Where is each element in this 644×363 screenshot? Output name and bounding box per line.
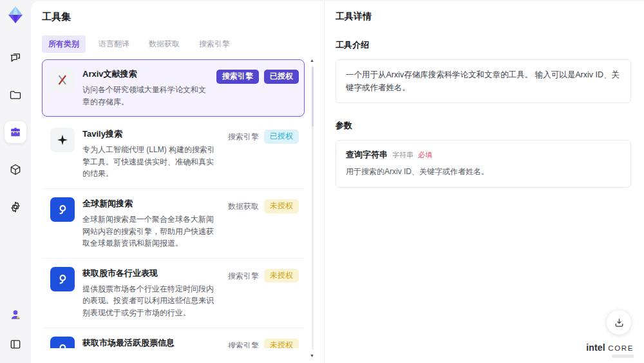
tool-description: 专为人工智能代理 (LLM) 构建的搜索引擎工具。可快速提供实时、准确和真实的结… <box>82 144 220 180</box>
tool-card-text: Arxiv文献搜索 访问各个研究领域大量科学论文和文章的存储库。 <box>82 68 209 108</box>
tool-name: 获取市场最活跃股票信息 <box>82 337 220 348</box>
detail-title: 工具详情 <box>336 11 631 23</box>
app-window: 工具集 所有类别 语言翻译 数据获取 搜索引擎 Arxiv文献搜索 访问各个研究… <box>0 0 644 363</box>
tool-card-text: 全球新闻搜索 全球新闻搜索是一个聚合全球各大新闻网站内容的搜索引擎，帮助用户快速… <box>82 197 220 250</box>
tool-card-text: 获取股市各行业表现 提供股票市场各个行业在特定时间段内的表现。投资者可以利用这些… <box>82 267 220 319</box>
stock-tool-logo-icon <box>50 267 75 291</box>
tool-auth-badge: 未授权 <box>264 199 299 213</box>
category-tab[interactable]: 搜索引擎 <box>193 35 236 53</box>
tool-auth-badge: 未授权 <box>264 269 299 283</box>
tool-tags: 搜索引擎 未授权 <box>228 267 299 319</box>
core-wordmark: CORE <box>608 344 634 352</box>
tool-category-tag: 搜索引擎 <box>228 338 259 348</box>
intro-box: 一个用于从Arxiv存储库搜索科学论文和文章的工具。 输入可以是Arxiv ID… <box>336 59 631 103</box>
tool-name: Arxiv文献搜索 <box>82 68 209 80</box>
tool-description: 全球新闻搜索是一个聚合全球各大新闻网站内容的搜索引擎，帮助用户快速获取全球最新资… <box>82 213 220 250</box>
tool-auth-badge: 未授权 <box>264 338 299 348</box>
tool-tags: 数据获取 未授权 <box>228 197 299 250</box>
list-scrollbar[interactable]: ▲ ▼ <box>312 58 314 358</box>
category-tab[interactable]: 语言翻译 <box>92 35 136 53</box>
tool-name: Tavily搜索 <box>82 128 220 140</box>
nav-rail <box>0 0 31 363</box>
param-name: 查询字符串 <box>346 149 388 161</box>
tool-name: 全球新闻搜索 <box>82 198 220 210</box>
scroll-up-icon[interactable]: ▲ <box>310 58 314 63</box>
user-avatar-icon[interactable] <box>5 304 26 326</box>
tool-card[interactable]: 获取股市各行业表现 提供股票市场各个行业在特定时间段内的表现。投资者可以利用这些… <box>42 259 305 328</box>
intro-heading: 工具介绍 <box>336 39 631 51</box>
scroll-down-icon[interactable]: ▼ <box>310 353 314 358</box>
scrollbar-thumb[interactable] <box>312 67 314 126</box>
settings-icon[interactable] <box>5 196 26 218</box>
rail-nav <box>5 46 26 218</box>
tool-list-panel: 工具集 所有类别 语言翻译 数据获取 搜索引擎 Arxiv文献搜索 访问各个研究… <box>31 1 324 363</box>
tool-detail-panel: 工具详情 工具介绍 一个用于从Arxiv存储库搜索科学论文和文章的工具。 输入可… <box>324 1 644 363</box>
arxiv-logo-icon <box>50 68 75 92</box>
intel-wordmark: intel <box>586 342 605 353</box>
category-tab[interactable]: 所有类别 <box>42 35 86 53</box>
toolbox-icon[interactable] <box>5 121 26 143</box>
category-tab-label: 所有类别 <box>48 39 79 48</box>
tool-category-tag: 搜索引擎 <box>228 269 259 284</box>
param-type: 字符串 <box>392 150 413 160</box>
tool-auth-badge: 已授权 <box>264 130 299 144</box>
tool-card-text: 获取市场最活跃股票信息 提供当天交易量最高的股票列表。投资者可以利用这些信息来识… <box>82 337 220 348</box>
stock-tool-logo-icon <box>50 337 75 348</box>
params-heading: 参数 <box>336 120 631 132</box>
tool-name: 获取股市各行业表现 <box>82 268 220 279</box>
tavily-logo-icon <box>50 128 75 152</box>
tool-tags: 搜索引擎 未授权 <box>228 337 299 348</box>
page-title: 工具集 <box>42 11 324 23</box>
tool-auth-badge: 已授权 <box>264 70 299 84</box>
download-button[interactable] <box>607 310 631 335</box>
category-tabs: 所有类别 语言翻译 数据获取 搜索引擎 <box>42 35 324 53</box>
tool-list: Arxiv文献搜索 访问各个研究领域大量科学论文和文章的存储库。 搜索引擎 已授… <box>42 59 324 348</box>
param-required-badge: 必填 <box>418 150 432 160</box>
category-tab[interactable]: 数据获取 <box>142 35 186 53</box>
intel-core-logo: intel CORE <box>586 342 634 358</box>
panel-toggle-icon[interactable] <box>5 333 26 355</box>
main-surface: 工具集 所有类别 语言翻译 数据获取 搜索引擎 Arxiv文献搜索 访问各个研究… <box>31 1 644 363</box>
tool-card[interactable]: 获取市场最活跃股票信息 提供当天交易量最高的股票列表。投资者可以利用这些信息来识… <box>42 328 305 348</box>
tool-category-tag: 搜索引擎 <box>228 130 259 144</box>
chat-icon[interactable] <box>5 46 26 68</box>
tool-tags: 搜索引擎 已授权 <box>216 68 299 108</box>
category-tab-label: 搜索引擎 <box>199 39 230 48</box>
tool-card[interactable]: 全球新闻搜索 全球新闻搜索是一个聚合全球各大新闻网站内容的搜索引擎，帮助用户快速… <box>42 189 305 259</box>
tool-tags: 搜索引擎 已授权 <box>228 128 299 180</box>
tool-category-tag: 搜索引擎 <box>216 70 259 84</box>
tool-description: 提供股票市场各个行业在特定时间段内的表现。投资者可以利用这些信息来识别表现优于或… <box>82 283 220 319</box>
category-tab-label: 语言翻译 <box>99 39 129 48</box>
tool-card[interactable]: Arxiv文献搜索 访问各个研究领域大量科学论文和文章的存储库。 搜索引擎 已授… <box>42 59 305 117</box>
tool-card-text: Tavily搜索 专为人工智能代理 (LLM) 构建的搜索引擎工具。可快速提供实… <box>82 128 220 180</box>
folder-icon[interactable] <box>5 84 26 106</box>
cube-icon[interactable] <box>5 159 26 181</box>
rail-bottom <box>5 304 26 363</box>
tool-description: 访问各个研究领域大量科学论文和文章的存储库。 <box>82 84 209 108</box>
tool-category-tag: 数据获取 <box>228 199 259 214</box>
app-logo-icon <box>6 5 25 25</box>
category-tab-label: 数据获取 <box>149 39 180 48</box>
param-desc: 用于搜索的Arxiv ID、关键字或作者姓名。 <box>346 166 621 177</box>
param-head: 查询字符串 字符串 必填 <box>346 149 621 161</box>
param-box: 查询字符串 字符串 必填 用于搜索的Arxiv ID、关键字或作者姓名。 <box>336 140 631 188</box>
intro-text: 一个用于从Arxiv存储库搜索科学论文和文章的工具。 输入可以是Arxiv ID… <box>346 70 620 92</box>
tool-card[interactable]: Tavily搜索 专为人工智能代理 (LLM) 构建的搜索引擎工具。可快速提供实… <box>42 119 305 189</box>
intel-sub-badge <box>612 355 634 358</box>
global-news-logo-icon <box>50 197 75 222</box>
